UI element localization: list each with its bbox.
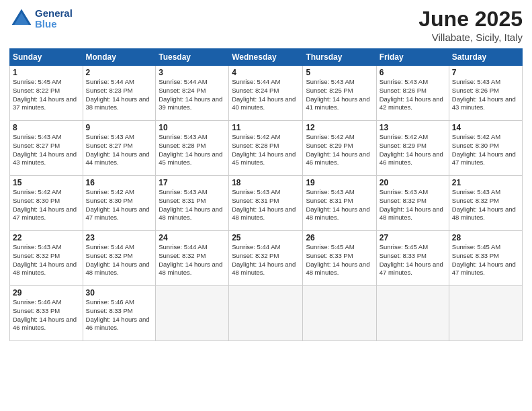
sunset-text: Sunset: 8:31 PM bbox=[232, 197, 279, 204]
sunrise-text: Sunrise: 5:44 AM bbox=[159, 243, 207, 250]
sunrise-text: Sunrise: 5:45 AM bbox=[380, 243, 428, 250]
day-number: 9 bbox=[86, 123, 153, 132]
day-info: Sunrise: 5:43 AM Sunset: 8:32 PM Dayligh… bbox=[452, 188, 519, 222]
daylight-text: Daylight: 14 hours and 48 minutes. bbox=[306, 261, 369, 277]
day-info: Sunrise: 5:43 AM Sunset: 8:32 PM Dayligh… bbox=[380, 188, 446, 222]
sunset-text: Sunset: 8:25 PM bbox=[306, 87, 353, 94]
sunset-text: Sunset: 8:32 PM bbox=[13, 252, 60, 259]
sunrise-text: Sunrise: 5:43 AM bbox=[159, 188, 207, 195]
table-row: 19 Sunrise: 5:43 AM Sunset: 8:31 PM Dayl… bbox=[303, 176, 376, 231]
table-row: 15 Sunrise: 5:42 AM Sunset: 8:30 PM Dayl… bbox=[10, 176, 83, 231]
sunset-text: Sunset: 8:30 PM bbox=[452, 142, 499, 149]
calendar-week-row: 8 Sunrise: 5:43 AM Sunset: 8:27 PM Dayli… bbox=[10, 121, 523, 176]
sunrise-text: Sunrise: 5:43 AM bbox=[13, 243, 61, 250]
daylight-text: Daylight: 14 hours and 39 minutes. bbox=[159, 95, 222, 111]
day-number: 1 bbox=[13, 68, 80, 77]
sunrise-text: Sunrise: 5:44 AM bbox=[232, 78, 280, 85]
sunset-text: Sunset: 8:29 PM bbox=[380, 142, 427, 149]
day-info: Sunrise: 5:42 AM Sunset: 8:30 PM Dayligh… bbox=[13, 188, 80, 222]
sunrise-text: Sunrise: 5:45 AM bbox=[13, 78, 61, 85]
sunset-text: Sunset: 8:30 PM bbox=[86, 197, 133, 204]
col-friday: Friday bbox=[376, 49, 449, 66]
table-row: 4 Sunrise: 5:44 AM Sunset: 8:24 PM Dayli… bbox=[229, 66, 303, 121]
day-info: Sunrise: 5:45 AM Sunset: 8:33 PM Dayligh… bbox=[306, 243, 373, 277]
daylight-text: Daylight: 14 hours and 45 minutes. bbox=[232, 150, 296, 167]
day-info: Sunrise: 5:42 AM Sunset: 8:30 PM Dayligh… bbox=[86, 188, 153, 222]
title-block: June 2025 Villabate, Sicily, Italy bbox=[418, 7, 523, 43]
daylight-text: Daylight: 14 hours and 40 minutes. bbox=[232, 95, 296, 111]
daylight-text: Daylight: 14 hours and 48 minutes. bbox=[306, 205, 369, 222]
sunset-text: Sunset: 8:29 PM bbox=[306, 142, 353, 149]
sunrise-text: Sunrise: 5:43 AM bbox=[452, 188, 500, 195]
day-number: 26 bbox=[306, 233, 373, 242]
sunset-text: Sunset: 8:33 PM bbox=[306, 252, 353, 259]
sunrise-text: Sunrise: 5:42 AM bbox=[306, 133, 354, 140]
day-number: 25 bbox=[232, 233, 300, 242]
day-number: 29 bbox=[13, 288, 80, 298]
daylight-text: Daylight: 14 hours and 45 minutes. bbox=[159, 150, 222, 167]
calendar-week-row: 1 Sunrise: 5:45 AM Sunset: 8:22 PM Dayli… bbox=[10, 66, 523, 121]
day-number: 7 bbox=[452, 68, 519, 77]
sunset-text: Sunset: 8:27 PM bbox=[13, 142, 60, 149]
day-number: 17 bbox=[159, 178, 226, 187]
day-info: Sunrise: 5:42 AM Sunset: 8:28 PM Dayligh… bbox=[232, 133, 300, 167]
sunset-text: Sunset: 8:33 PM bbox=[86, 307, 133, 314]
sunrise-text: Sunrise: 5:42 AM bbox=[232, 133, 280, 140]
day-info: Sunrise: 5:43 AM Sunset: 8:28 PM Dayligh… bbox=[159, 133, 226, 167]
logo-icon bbox=[9, 7, 34, 31]
daylight-text: Daylight: 14 hours and 48 minutes. bbox=[452, 205, 516, 222]
daylight-text: Daylight: 14 hours and 43 minutes. bbox=[13, 150, 77, 167]
table-row: 18 Sunrise: 5:43 AM Sunset: 8:31 PM Dayl… bbox=[229, 176, 303, 231]
daylight-text: Daylight: 14 hours and 37 minutes. bbox=[13, 95, 77, 111]
col-wednesday: Wednesday bbox=[229, 49, 303, 66]
sunrise-text: Sunrise: 5:45 AM bbox=[306, 243, 354, 250]
day-number: 22 bbox=[13, 233, 80, 242]
day-number: 4 bbox=[232, 68, 300, 77]
daylight-text: Daylight: 14 hours and 47 minutes. bbox=[86, 205, 150, 222]
day-info: Sunrise: 5:43 AM Sunset: 8:32 PM Dayligh… bbox=[13, 243, 80, 277]
day-info: Sunrise: 5:43 AM Sunset: 8:31 PM Dayligh… bbox=[159, 188, 226, 222]
day-info: Sunrise: 5:44 AM Sunset: 8:24 PM Dayligh… bbox=[232, 78, 300, 112]
daylight-text: Daylight: 14 hours and 44 minutes. bbox=[86, 150, 150, 167]
calendar-week-row: 29 Sunrise: 5:46 AM Sunset: 8:33 PM Dayl… bbox=[10, 286, 523, 341]
table-row: 27 Sunrise: 5:45 AM Sunset: 8:33 PM Dayl… bbox=[376, 231, 449, 286]
sunset-text: Sunset: 8:28 PM bbox=[232, 142, 279, 149]
table-row: 24 Sunrise: 5:44 AM Sunset: 8:32 PM Dayl… bbox=[156, 231, 229, 286]
day-info: Sunrise: 5:44 AM Sunset: 8:24 PM Dayligh… bbox=[159, 78, 226, 112]
col-sunday: Sunday bbox=[10, 49, 83, 66]
sunrise-text: Sunrise: 5:43 AM bbox=[159, 133, 207, 140]
sunrise-text: Sunrise: 5:46 AM bbox=[13, 298, 61, 306]
sunset-text: Sunset: 8:32 PM bbox=[452, 197, 499, 204]
day-info: Sunrise: 5:45 AM Sunset: 8:33 PM Dayligh… bbox=[452, 243, 519, 277]
day-number: 18 bbox=[232, 178, 300, 187]
table-row bbox=[156, 286, 229, 341]
col-thursday: Thursday bbox=[303, 49, 376, 66]
day-info: Sunrise: 5:44 AM Sunset: 8:32 PM Dayligh… bbox=[86, 243, 153, 277]
table-row: 17 Sunrise: 5:43 AM Sunset: 8:31 PM Dayl… bbox=[156, 176, 229, 231]
sunset-text: Sunset: 8:33 PM bbox=[380, 252, 427, 259]
day-info: Sunrise: 5:46 AM Sunset: 8:33 PM Dayligh… bbox=[86, 298, 153, 332]
sunset-text: Sunset: 8:33 PM bbox=[452, 252, 499, 259]
table-row: 16 Sunrise: 5:42 AM Sunset: 8:30 PM Dayl… bbox=[83, 176, 156, 231]
page: General Blue June 2025 Villabate, Sicily… bbox=[0, 0, 532, 411]
day-info: Sunrise: 5:45 AM Sunset: 8:33 PM Dayligh… bbox=[380, 243, 446, 277]
sunrise-text: Sunrise: 5:44 AM bbox=[86, 243, 134, 250]
day-number: 6 bbox=[380, 68, 446, 77]
day-info: Sunrise: 5:42 AM Sunset: 8:30 PM Dayligh… bbox=[452, 133, 519, 167]
day-number: 19 bbox=[306, 178, 373, 187]
sunset-text: Sunset: 8:22 PM bbox=[13, 87, 60, 94]
daylight-text: Daylight: 14 hours and 47 minutes. bbox=[452, 261, 516, 277]
table-row: 9 Sunrise: 5:43 AM Sunset: 8:27 PM Dayli… bbox=[83, 121, 156, 176]
sunrise-text: Sunrise: 5:43 AM bbox=[380, 188, 428, 195]
daylight-text: Daylight: 14 hours and 46 minutes. bbox=[380, 150, 443, 167]
sunset-text: Sunset: 8:33 PM bbox=[13, 307, 60, 314]
header: General Blue June 2025 Villabate, Sicily… bbox=[9, 7, 523, 43]
daylight-text: Daylight: 14 hours and 48 minutes. bbox=[86, 261, 150, 277]
daylight-text: Daylight: 14 hours and 43 minutes. bbox=[452, 95, 516, 111]
day-info: Sunrise: 5:43 AM Sunset: 8:27 PM Dayligh… bbox=[13, 133, 80, 167]
calendar-week-row: 15 Sunrise: 5:42 AM Sunset: 8:30 PM Dayl… bbox=[10, 176, 523, 231]
table-row: 29 Sunrise: 5:46 AM Sunset: 8:33 PM Dayl… bbox=[10, 286, 83, 341]
sunrise-text: Sunrise: 5:42 AM bbox=[13, 188, 61, 195]
day-number: 11 bbox=[232, 123, 300, 132]
day-number: 2 bbox=[86, 68, 153, 77]
